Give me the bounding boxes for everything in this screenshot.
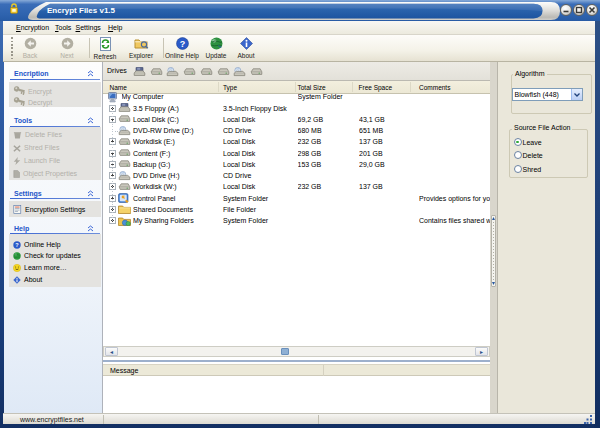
svg-text:?: ? (179, 39, 185, 49)
